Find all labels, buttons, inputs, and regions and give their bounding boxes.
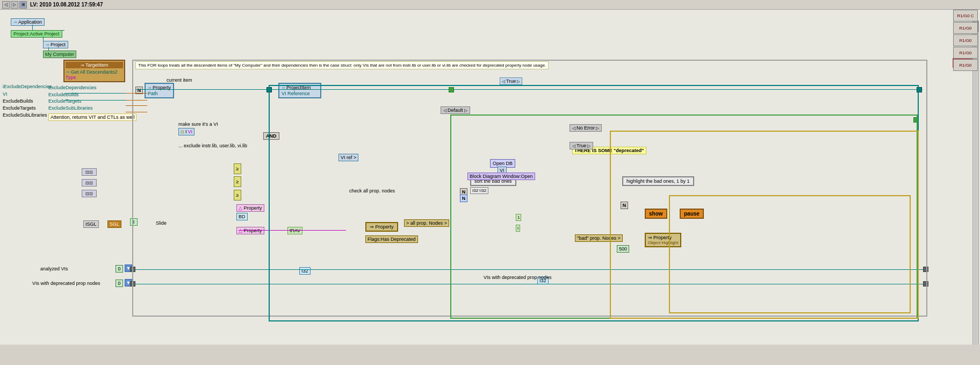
true-case[interactable]: ◁ True ▷ xyxy=(570,142,593,149)
vi-label-left: VI xyxy=(3,91,8,97)
project-active-label[interactable]: Project:Active Project xyxy=(11,30,62,38)
right-indicators: R1/G0 C R1/G0 R1/G0 R1/G0 R1/G0 xyxy=(953,10,980,71)
isgl-block: ISGL xyxy=(83,220,99,228)
scroll-vtrack xyxy=(974,33,977,345)
small-block-1: ⊡⊡ xyxy=(82,168,97,176)
i-exclude-dep-label: iExcludeDependencies xyxy=(3,84,52,89)
wire-teal-1 xyxy=(64,93,126,94)
exclude-builds-label: ExcludeBuilds xyxy=(3,98,33,104)
forward-icon[interactable]: ▷ xyxy=(11,1,18,9)
indicator-2: R1/G0 xyxy=(953,22,978,34)
small-block-2: ⊡⊡ xyxy=(82,179,97,187)
exclude-targets-label: ExcludeTargets xyxy=(3,105,36,111)
main-diagram: ◁ ▷ ⊞ LV: 2010 10.08.2012 17:59:47 R1/G0… xyxy=(0,0,980,345)
analyzed-vis-label: analyzed VIs xyxy=(40,266,68,271)
wire-teal-2 xyxy=(64,100,126,101)
indicator-3: R1/G0 xyxy=(953,34,978,46)
title-bar-icons: ◁ ▷ ⊞ xyxy=(2,1,27,9)
back-icon[interactable]: ◁ xyxy=(2,1,10,9)
no-error-case[interactable]: ◁ No Error ▷ xyxy=(570,124,602,132)
indicator-5: R1/G0 xyxy=(953,59,978,71)
indicator-1: R1/G0 C xyxy=(953,10,978,22)
sgl-block: SGL xyxy=(107,220,121,228)
analyzed-vis-zero: 0 xyxy=(116,265,123,273)
app-icon: ⊞ xyxy=(19,1,27,9)
deprecated-vis-zero: 0 xyxy=(116,280,123,287)
target-item-title: ⇒ TargetItem xyxy=(66,62,123,68)
comment-box: This FOR loops treats all the descendent… xyxy=(135,61,549,69)
vis-deprecated-label: VIs with deprecated prop nodes xyxy=(32,281,100,286)
application-block[interactable]: ⇒ Application xyxy=(11,18,45,26)
my-computer-block[interactable]: My Computer xyxy=(43,51,76,58)
project-block[interactable]: ⇒ Project xyxy=(43,41,68,48)
default-case[interactable]: ◁ Default ▷ xyxy=(441,106,470,114)
window-title: LV: 2010 10.08.2012 17:59:47 xyxy=(30,2,103,8)
small-block-3: ⊡⊡ xyxy=(82,190,97,197)
exclude-dep-target: ExcludeDependencies xyxy=(48,85,97,90)
target-item-block: ⇒ TargetItem ⇒ Get All Descendants2 Type xyxy=(63,60,125,82)
canvas-area: R1/G0 C R1/G0 R1/G0 R1/G0 R1/G0 error ou… xyxy=(0,10,980,345)
type-row[interactable]: Type xyxy=(66,75,123,80)
attention-label: Attention, returns VIT and CTLs as well xyxy=(48,113,136,121)
exclude-sublibs-target: ExcludeSubLibraries xyxy=(48,105,93,111)
exclude-targets-target: ExcludeTargets xyxy=(48,98,82,104)
title-bar: ◁ ▷ ⊞ LV: 2010 10.08.2012 17:59:47 xyxy=(0,0,980,10)
highlight-box-loop xyxy=(669,195,911,313)
indicator-4: R1/G0 xyxy=(953,47,978,59)
get-all-descendants[interactable]: ⇒ Get All Descendants2 xyxy=(66,69,123,75)
exclude-sublibs-label: ExcludeSubLibraries xyxy=(3,112,47,118)
